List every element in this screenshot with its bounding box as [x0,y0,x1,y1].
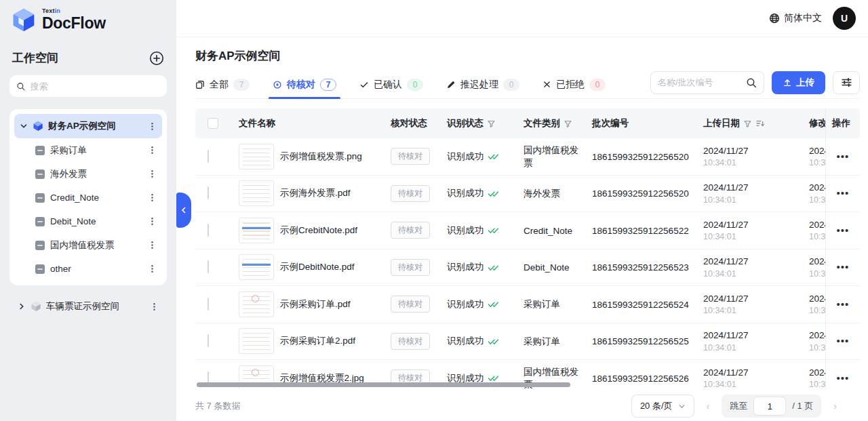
language-switcher[interactable]: 简体中文 [769,12,822,24]
modified-date: 2024/11/27 [809,292,825,306]
column-header-batch[interactable]: 批次编号 [592,117,629,129]
table-row[interactable]: 示例CrebitNote.pdf待核对识别成功Credit_Note186159… [195,212,825,249]
class-kebab-menu[interactable] [148,264,157,273]
column-header-modified-date[interactable]: 修改日期 [809,117,825,129]
tab-待核对[interactable]: 待核对7 [273,71,336,98]
workspace-item-label: 财务AP示例空间 [48,120,143,132]
sidebar-class-item[interactable]: 海外发票 [14,162,162,186]
tab-已拒绝[interactable]: 已拒绝0 [542,71,606,98]
sidebar-class-item[interactable]: 采购订单 [14,138,162,162]
sidebar-class-item[interactable]: Debit_Note [14,209,162,233]
select-all-checkbox[interactable] [208,118,218,129]
file-name[interactable]: 示例CrebitNote.pdf [280,224,357,237]
document-class-icon [35,217,45,226]
row-actions-button[interactable]: ••• [833,226,854,235]
table-search-input[interactable] [658,77,742,87]
brand-logo[interactable]: Textin DocFlow [8,0,168,39]
filter-funnel-icon[interactable] [487,119,496,128]
upload-button[interactable]: 上传 [772,71,825,94]
class-kebab-menu[interactable] [148,241,157,249]
filter-funnel-icon[interactable] [564,119,572,128]
page-title: 财务AP示例空间 [195,48,860,64]
table-row[interactable]: 示例海外发票.pdf待核对识别成功海外发票1861599325912256520… [195,176,825,213]
row-actions-button[interactable]: ••• [833,374,854,382]
sidebar-collapse-handle[interactable] [176,193,191,228]
workspace-item-finance-ap[interactable]: 财务AP示例空间 [14,114,162,138]
sidebar-search-input[interactable] [31,81,160,92]
column-header-category[interactable]: 文件类别 [524,117,560,129]
upload-time: 10:34:01 [703,195,804,205]
recognition-status: 识别成功 [447,298,484,310]
row-actions-button[interactable]: ••• [833,189,854,197]
sidebar: Textin DocFlow 工作空间 [0,0,176,421]
document-thumbnail[interactable] [239,218,274,243]
horizontal-scrollbar[interactable] [197,382,570,387]
modified-time: 10:34:01 [809,305,825,316]
add-workspace-button[interactable] [149,51,164,66]
verify-status-badge: 待核对 [391,259,430,276]
table-row[interactable]: 示例采购订单2.pdf待核对识别成功采购订单186159932591225652… [195,323,825,361]
row-actions-button[interactable]: ••• [833,337,854,345]
file-name[interactable]: 示例增值税发票.png [280,151,362,163]
table-search[interactable] [650,71,764,94]
chevron-down-icon [20,122,28,130]
row-checkbox[interactable] [208,334,209,347]
column-settings-button[interactable] [833,71,860,94]
modified-time: 10:34:01 [809,195,825,205]
class-kebab-menu[interactable] [148,217,157,226]
sidebar-class-item[interactable]: other [14,257,162,281]
filter-funnel-icon[interactable] [743,119,752,128]
workspace-kebab-menu[interactable] [148,122,157,131]
document-thumbnail[interactable] [239,180,274,206]
file-category: 海外发票 [524,188,560,199]
next-page-button[interactable]: › [831,401,840,412]
row-actions-button[interactable]: ••• [833,263,854,271]
page-size-select[interactable]: 20 条/页 [631,395,694,418]
tab-全部[interactable]: 全部7 [195,71,250,98]
tab-推迟处理[interactable]: 推迟处理0 [446,71,519,98]
class-kebab-menu[interactable] [148,169,157,178]
file-name[interactable]: 示例采购订单.pdf [280,298,351,310]
document-thumbnail[interactable] [239,254,274,280]
kebab-icon [148,241,157,249]
table-row[interactable]: 示例DebitNote.pdf待核对识别成功Debit_Note18615993… [195,249,825,287]
column-header-upload-date[interactable]: 上传日期 [703,117,740,129]
row-checkbox[interactable] [208,298,209,310]
batch-number: 1861599325912256524 [592,300,689,310]
table-row[interactable]: 示例增值税发票.png待核对识别成功国内增值税发票186159932591225… [195,138,825,176]
sidebar-class-item[interactable]: Credit_Note [14,186,162,209]
column-header-recog[interactable]: 识别状态 [447,117,484,129]
row-actions-button[interactable]: ••• [833,300,854,308]
row-checkbox[interactable] [208,186,209,199]
document-thumbnail[interactable] [239,328,274,354]
table-row[interactable]: 示例采购订单.pdf待核对识别成功采购订单1861599325912256524… [195,286,825,323]
file-name[interactable]: 示例DebitNote.pdf [280,261,355,273]
file-name[interactable]: 示例海外发票.pdf [280,187,351,199]
row-checkbox[interactable] [208,260,209,273]
kebab-icon [150,302,159,311]
workspace-kebab-menu[interactable] [150,302,159,311]
sidebar-class-item[interactable]: 国内增值税发票 [14,233,162,257]
page-jump: 跳至 / 1 页 [722,395,821,418]
column-header-verify[interactable]: 核对状态 [391,117,427,129]
tab-已确认[interactable]: 已确认0 [359,71,423,98]
file-name[interactable]: 示例采购订单2.pdf [280,335,355,347]
page-number-input[interactable] [753,397,786,416]
document-thumbnail[interactable] [239,292,274,317]
workspace-item-vehicle[interactable]: 车辆票证示例空间 [8,295,168,318]
sidebar-search[interactable] [9,75,167,97]
chevron-down-icon [678,403,686,410]
avatar[interactable]: U [833,7,856,30]
class-kebab-menu[interactable] [148,193,157,202]
column-header-name[interactable]: 文件名称 [239,117,275,129]
row-actions-button[interactable]: ••• [833,153,854,161]
row-checkbox[interactable] [208,150,209,163]
row-checkbox[interactable] [208,224,209,237]
batch-number: 1861599325912256523 [592,262,689,273]
document-thumbnail[interactable] [239,144,274,169]
sort-icon[interactable] [755,119,765,128]
prev-page-button[interactable]: ‹ [704,401,713,412]
table-scroll-viewport[interactable]: 文件名称 核对状态 识别状态 文件类别 批次编号 上传日期 [195,108,825,388]
content: 财务AP示例空间 全部7待核对7已确认0推迟处理0已拒绝0 [176,37,868,421]
class-kebab-menu[interactable] [148,146,157,155]
